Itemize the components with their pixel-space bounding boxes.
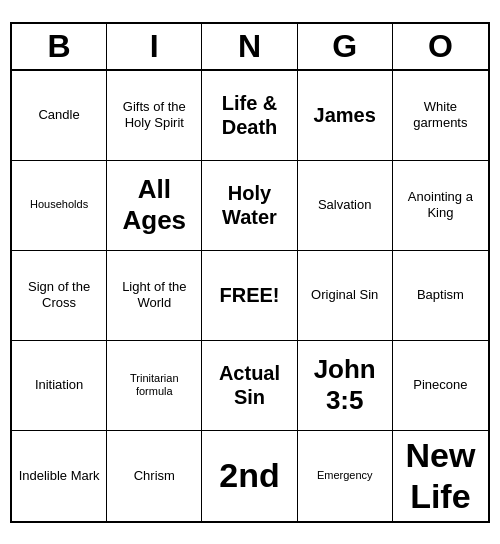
bingo-cell: White garments xyxy=(393,71,488,161)
bingo-letter: O xyxy=(393,24,488,69)
bingo-cell: Light of the World xyxy=(107,251,202,341)
bingo-cell: Sign of the Cross xyxy=(12,251,107,341)
bingo-cell: Salvation xyxy=(298,161,393,251)
bingo-grid: CandleGifts of the Holy SpiritLife & Dea… xyxy=(12,71,488,521)
bingo-cell: Indelible Mark xyxy=(12,431,107,521)
bingo-cell: New Life xyxy=(393,431,488,521)
bingo-letter: N xyxy=(202,24,297,69)
bingo-card: BINGO CandleGifts of the Holy SpiritLife… xyxy=(10,22,490,523)
bingo-cell: Candle xyxy=(12,71,107,161)
bingo-cell: Holy Water xyxy=(202,161,297,251)
bingo-cell: John 3:5 xyxy=(298,341,393,431)
bingo-cell: FREE! xyxy=(202,251,297,341)
bingo-cell: Life & Death xyxy=(202,71,297,161)
bingo-cell: Gifts of the Holy Spirit xyxy=(107,71,202,161)
bingo-cell: James xyxy=(298,71,393,161)
bingo-cell: Baptism xyxy=(393,251,488,341)
bingo-cell: Chrism xyxy=(107,431,202,521)
bingo-cell: Households xyxy=(12,161,107,251)
bingo-cell: Emergency xyxy=(298,431,393,521)
bingo-cell: Anointing a King xyxy=(393,161,488,251)
bingo-header: BINGO xyxy=(12,24,488,71)
bingo-letter: I xyxy=(107,24,202,69)
bingo-letter: B xyxy=(12,24,107,69)
bingo-cell: Pinecone xyxy=(393,341,488,431)
bingo-cell: 2nd xyxy=(202,431,297,521)
bingo-cell: All Ages xyxy=(107,161,202,251)
bingo-cell: Actual Sin xyxy=(202,341,297,431)
bingo-letter: G xyxy=(298,24,393,69)
bingo-cell: Initiation xyxy=(12,341,107,431)
bingo-cell: Original Sin xyxy=(298,251,393,341)
bingo-cell: Trinitarian formula xyxy=(107,341,202,431)
